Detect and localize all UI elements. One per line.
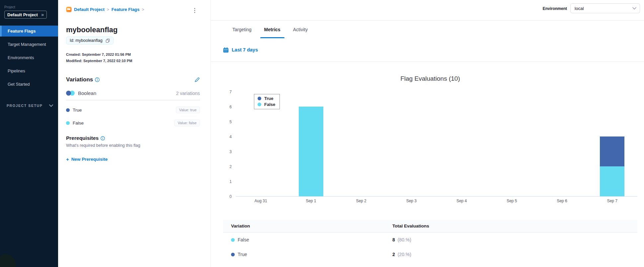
x-tick-label: Sep 7 xyxy=(587,199,637,203)
prerequisites-heading: Prerequisites xyxy=(66,135,99,141)
y-tick-label: 2 xyxy=(223,164,232,169)
evaluation-count: 8 xyxy=(392,237,395,242)
bar-segment-false[interactable] xyxy=(299,107,323,196)
tab-activity[interactable]: Activity xyxy=(293,21,308,38)
feature-flags-logo-icon xyxy=(66,7,72,12)
evaluations-table: Variation Total Evaluations False8 (80.%… xyxy=(223,220,637,262)
tab-targeting[interactable]: Targeting xyxy=(232,21,252,38)
copy-icon[interactable] xyxy=(106,39,110,43)
legend-item-true: True xyxy=(258,96,275,101)
legend-label: True xyxy=(264,96,273,101)
stacked-bar-sep-7 xyxy=(600,136,624,196)
chart-title: Flag Evaluations (10) xyxy=(223,75,637,83)
legend-color-dot xyxy=(258,103,261,106)
y-tick-label: 6 xyxy=(223,104,232,110)
evaluation-percent: (20.%) xyxy=(396,252,411,257)
x-tick-label: Aug 31 xyxy=(236,199,286,203)
more-options-button[interactable] xyxy=(192,7,197,14)
variation-color-dot xyxy=(66,108,70,112)
app-window: Project Default Project » Feature FlagsT… xyxy=(0,0,644,267)
variation-type-label: Boolean xyxy=(78,90,96,96)
main-content: Environment local TargetingMetricsActivi… xyxy=(211,0,644,267)
sidebar-item-feature-flags[interactable]: Feature Flags xyxy=(0,26,58,37)
tab-metrics[interactable]: Metrics xyxy=(264,21,281,38)
sidebar-item-environments[interactable]: Environments xyxy=(0,52,58,63)
breadcrumb-link-default-project[interactable]: Default Project xyxy=(74,7,105,12)
chevron-down-icon xyxy=(632,7,636,10)
flag-meta: Created: September 7, 2022 01:56 PM Modi… xyxy=(66,51,200,64)
breadcrumb-separator: > xyxy=(142,7,144,12)
variation-type-row: Boolean 2 variations xyxy=(66,90,200,96)
chart-slot-sep-2 xyxy=(336,92,386,196)
variation-color-dot xyxy=(231,238,235,242)
flag-title: mybooleanflag xyxy=(66,26,200,34)
pencil-icon xyxy=(194,77,200,83)
new-prerequisite-button[interactable]: + New Prerequisite xyxy=(66,156,108,162)
variation-name: True xyxy=(238,252,247,257)
sidebar-item-pipelines[interactable]: Pipelines xyxy=(0,65,58,76)
y-tick-label: 0 xyxy=(223,194,232,199)
table-cell-variation: True xyxy=(223,252,392,257)
bar-segment-true[interactable] xyxy=(600,136,624,166)
variations-heading-row: Variations xyxy=(66,76,200,83)
chart-slot-sep-5 xyxy=(487,92,537,196)
y-tick-label: 4 xyxy=(223,134,232,139)
created-date: Created: September 7, 2022 01:56 PM xyxy=(66,51,200,58)
info-icon[interactable] xyxy=(101,136,105,140)
date-range-row: Last 7 days xyxy=(211,38,644,62)
prerequisites-subtitle: What's required before enabling this fla… xyxy=(66,143,200,148)
environment-picker: Environment local xyxy=(543,3,640,13)
legend-label: False xyxy=(264,102,275,107)
x-axis: Aug 31Sep 1Sep 2Sep 3Sep 4Sep 5Sep 6Sep … xyxy=(223,199,637,203)
project-label: Project xyxy=(4,5,58,9)
environment-select[interactable]: local xyxy=(570,3,640,13)
breadcrumb-link-feature-flags[interactable]: Feature Flags xyxy=(112,7,140,12)
flag-id-chip: Id: mybooleanflag xyxy=(66,37,114,44)
y-tick-label: 1 xyxy=(223,179,232,184)
plot: TrueFalse xyxy=(236,92,637,197)
table-header-total: Total Evaluations xyxy=(392,223,429,228)
expand-project-icon: » xyxy=(41,12,44,17)
sidebar: Project Default Project » Feature FlagsT… xyxy=(0,0,58,267)
modified-date: Modified: September 7, 2022 02:10 PM xyxy=(66,58,200,64)
variation-row-true: TrueValue: true xyxy=(66,107,200,113)
sidebar-item-get-started[interactable]: Get Started xyxy=(0,79,58,90)
bar-segment-false[interactable] xyxy=(600,166,624,196)
table-header-variation: Variation xyxy=(223,223,392,228)
flag-id-text: Id: mybooleanflag xyxy=(70,38,103,43)
x-tick-label: Sep 5 xyxy=(487,199,537,203)
x-tick-label: Sep 1 xyxy=(286,199,336,203)
project-setup-toggle[interactable]: PROJECT SETUP xyxy=(7,104,58,108)
info-icon[interactable] xyxy=(95,77,100,82)
variation-count: 2 variations xyxy=(176,91,200,96)
new-prerequisite-label: New Prerequisite xyxy=(71,157,108,162)
boolean-type-icon xyxy=(66,91,75,96)
variation-color-dot xyxy=(66,121,70,125)
breadcrumb: Default Project>Feature Flags> xyxy=(66,7,200,12)
edit-variations-button[interactable] xyxy=(194,77,200,83)
project-setup-label: PROJECT SETUP xyxy=(7,104,42,108)
breadcrumb-separator: > xyxy=(107,7,109,12)
variations-heading: Variations xyxy=(66,76,93,83)
variation-name: False xyxy=(238,237,249,242)
project-selector[interactable]: Default Project » xyxy=(4,11,47,19)
date-range-button[interactable]: Last 7 days xyxy=(223,47,258,53)
x-tick-label: Sep 4 xyxy=(437,199,487,203)
chart-slot-sep-4 xyxy=(437,92,487,196)
variation-color-dot xyxy=(231,253,235,256)
y-axis: 01234567 xyxy=(223,92,232,197)
variation-name: False xyxy=(73,121,84,126)
variation-name: True xyxy=(73,108,82,113)
y-tick-label: 7 xyxy=(223,89,232,95)
stacked-bar-sep-1 xyxy=(299,107,323,196)
help-beacon[interactable] xyxy=(0,254,16,267)
main-header: Environment local xyxy=(211,0,644,21)
variation-value-chip: Value: true xyxy=(176,107,200,113)
table-cell-total: 2 (20.%) xyxy=(392,252,411,257)
x-tick-label: Sep 3 xyxy=(386,199,437,203)
x-tick-label: Sep 6 xyxy=(537,199,587,203)
sidebar-item-target-management[interactable]: Target Management xyxy=(0,39,58,50)
tab-bar: TargetingMetricsActivity xyxy=(211,21,644,38)
variation-value-chip: Value: false xyxy=(174,120,200,126)
variation-list: TrueValue: trueFalseValue: false xyxy=(66,107,200,126)
